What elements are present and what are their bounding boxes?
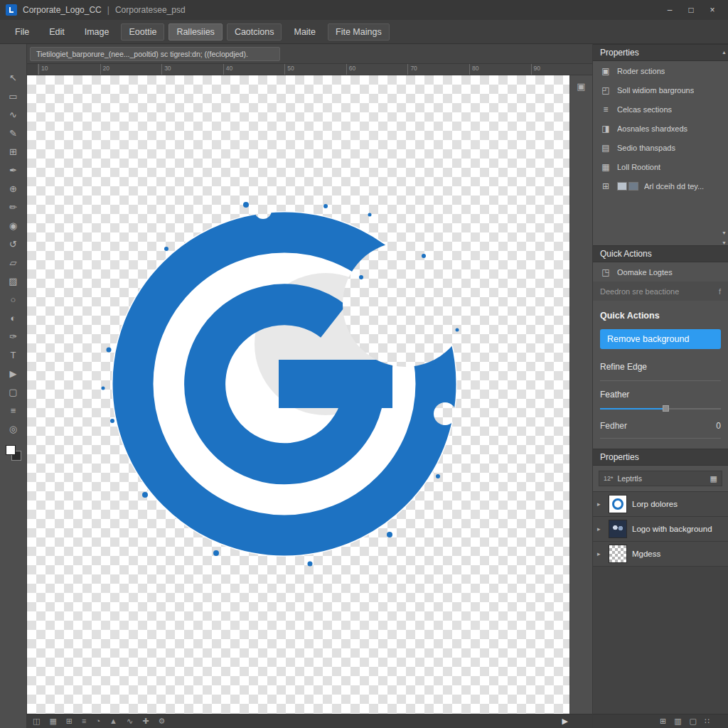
- quick-actions-section: Quick Actions Remove background Refine E…: [593, 301, 728, 439]
- layer-thumbnail[interactable]: [609, 545, 627, 563]
- feather-slider-fill: [600, 408, 663, 410]
- remove-background-button[interactable]: Remove background: [600, 329, 721, 349]
- lasso-tool[interactable]: ∿: [3, 105, 24, 124]
- disclosure-triangle-icon[interactable]: ▸: [597, 500, 604, 508]
- clone-stamp-tool[interactable]: ◉: [3, 216, 24, 235]
- quick-strip-row-label: Oomake Logtes: [617, 268, 673, 277]
- move-tool[interactable]: ↖: [3, 68, 24, 87]
- healing-brush-tool[interactable]: ⊕: [3, 179, 24, 198]
- properties-panel-header[interactable]: Properties: [593, 44, 728, 61]
- ruler-tick: 80: [469, 64, 531, 75]
- menu-item[interactable]: Image: [77, 23, 117, 41]
- layer-thumbnail[interactable]: [609, 495, 627, 513]
- properties-row-label: Aosnales shardxeds: [617, 124, 687, 133]
- quick-select-tool[interactable]: ✎: [3, 124, 24, 142]
- tools-list: ↖▭∿✎⊞✒⊕✏◉↺▱▨○◐✑T▶▢≡◎: [3, 68, 24, 438]
- eraser-tool[interactable]: ▱: [3, 253, 24, 272]
- properties-row-thumbnails[interactable]: ⊞ Arl dceih dd tey...: [593, 176, 728, 196]
- quick-strip-row-icon: ◳: [600, 267, 611, 277]
- properties-row[interactable]: ▤ Sedio thanspads: [593, 138, 728, 157]
- type-tool[interactable]: T: [3, 346, 24, 364]
- shape-tool[interactable]: ▢: [3, 382, 24, 401]
- layer-row[interactable]: ▸ Mgdess: [593, 542, 728, 567]
- status-icon[interactable]: ◫: [33, 717, 40, 726]
- gradient-tool[interactable]: ▨: [3, 272, 24, 290]
- quick-strip-row-disabled[interactable]: Deedron sre beactione f: [593, 282, 728, 301]
- pen-tool[interactable]: ✑: [3, 327, 24, 346]
- panel-spacer: [593, 196, 728, 245]
- layers-panel-header[interactable]: Properties: [593, 449, 728, 466]
- status-icon[interactable]: ≡: [82, 717, 86, 726]
- layer-name: Mgdess: [632, 550, 660, 558]
- properties-row[interactable]: ◰ Soll widiom bargrouns: [593, 80, 728, 100]
- scroll-down-icon[interactable]: ▼: [722, 240, 727, 245]
- status-icon[interactable]: ▲: [109, 717, 117, 726]
- zoom-tool[interactable]: ◎: [3, 419, 24, 438]
- panel-dock-icon[interactable]: ▣: [577, 81, 585, 92]
- layer-thumbnail[interactable]: [609, 520, 627, 538]
- dodge-tool[interactable]: ◐: [3, 309, 24, 327]
- brush-tool[interactable]: ✏: [3, 198, 24, 216]
- marquee-tool[interactable]: ▭: [3, 87, 24, 105]
- maximize-button[interactable]: □: [681, 3, 701, 17]
- panel-bottom-icon[interactable]: ▢: [690, 717, 697, 726]
- layer-filter-grid-icon[interactable]: ▦: [710, 474, 717, 483]
- properties-row[interactable]: ▣ Roder sctions: [593, 61, 728, 80]
- statusbar: ◫▦⊞≡◔▲∿✚⚙ ▶: [27, 714, 592, 728]
- hand-tool[interactable]: ≡: [3, 401, 24, 419]
- properties-row[interactable]: ◨ Aosnales shardxeds: [593, 119, 728, 138]
- status-icon[interactable]: ⚙: [158, 717, 165, 726]
- eyedropper-tool[interactable]: ✒: [3, 161, 24, 179]
- tool-palette: ↖▭∿✎⊞✒⊕✏◉↺▱▨○◐✑T▶▢≡◎: [0, 44, 27, 728]
- title-separator: |: [107, 5, 109, 15]
- layer-row[interactable]: ▸ Logo with background: [593, 517, 728, 542]
- menu-item[interactable]: Maite: [286, 23, 323, 41]
- properties-row-label: Celcas sections: [617, 105, 672, 114]
- canvas-document[interactable]: [27, 75, 569, 714]
- menu-item[interactable]: Rallesiies: [168, 23, 223, 41]
- scroll-up-icon[interactable]: ▲: [722, 50, 727, 55]
- disclosure-triangle-icon[interactable]: ▸: [597, 550, 604, 557]
- menu-item[interactable]: File: [7, 23, 37, 41]
- menu-item[interactable]: Caotcions: [227, 23, 282, 41]
- status-icon[interactable]: ◔: [95, 717, 100, 726]
- status-icon[interactable]: ✚: [142, 717, 149, 726]
- crop-tool[interactable]: ⊞: [3, 142, 24, 161]
- quick-strip-row[interactable]: ◳ Oomake Logtes: [593, 262, 728, 282]
- properties-row[interactable]: ▦ Loll Rootiont: [593, 157, 728, 176]
- color-swatches[interactable]: [6, 445, 21, 461]
- menu-item[interactable]: Fite Maings: [328, 23, 390, 41]
- disclosure-triangle-icon[interactable]: ▸: [597, 525, 604, 532]
- menu-item[interactable]: Edit: [41, 23, 73, 41]
- panel-bottom-icon[interactable]: ⊞: [660, 717, 666, 726]
- path-select-tool[interactable]: ▶: [3, 364, 24, 382]
- status-icon[interactable]: ∿: [127, 717, 133, 726]
- feather-slider-handle[interactable]: [663, 405, 669, 412]
- properties-row[interactable]: ≡ Celcas sections: [593, 100, 728, 119]
- layer-name: Logo with background: [632, 525, 712, 533]
- feather-slider[interactable]: [600, 408, 721, 410]
- history-brush-tool[interactable]: ↺: [3, 235, 24, 253]
- properties-row-icon: ▦: [600, 162, 611, 172]
- layer-filter-dropdown[interactable]: 12* Leptrtls ▦: [599, 471, 722, 486]
- layer-row[interactable]: ▸ Lorp dolores: [593, 492, 728, 517]
- scroll-down-icon[interactable]: ▼: [722, 230, 727, 235]
- panel-bottom-icon[interactable]: ∷: [705, 717, 710, 726]
- ruler-corner: [27, 64, 38, 75]
- properties-row-label: Loll Rootiont: [617, 163, 660, 171]
- close-button[interactable]: ×: [702, 3, 722, 17]
- options-input[interactable]: Tietilogiet_barporure_(nee..._pooltid) s…: [30, 47, 280, 61]
- status-icon[interactable]: ▦: [49, 717, 56, 726]
- panel-bottom-icon[interactable]: ▥: [674, 717, 681, 726]
- refine-edge-label[interactable]: Refine Edge: [600, 358, 721, 381]
- status-icon[interactable]: ⊞: [66, 717, 73, 726]
- statusbar-expand-chevron-icon[interactable]: ▶: [562, 717, 568, 726]
- menu-item[interactable]: Eoottie: [121, 23, 164, 41]
- minimize-button[interactable]: –: [660, 3, 680, 17]
- foreground-color-swatch[interactable]: [6, 445, 16, 455]
- quick-actions-panel-header[interactable]: Quick Actions: [593, 245, 728, 262]
- main-area: ↖▭∿✎⊞✒⊕✏◉↺▱▨○◐✑T▶▢≡◎ Tietilogiet_barporu…: [0, 44, 728, 728]
- document-title: Corporate_Logo_CC: [23, 5, 102, 15]
- properties-row-icon: ▤: [600, 143, 611, 153]
- blur-tool[interactable]: ○: [3, 290, 24, 309]
